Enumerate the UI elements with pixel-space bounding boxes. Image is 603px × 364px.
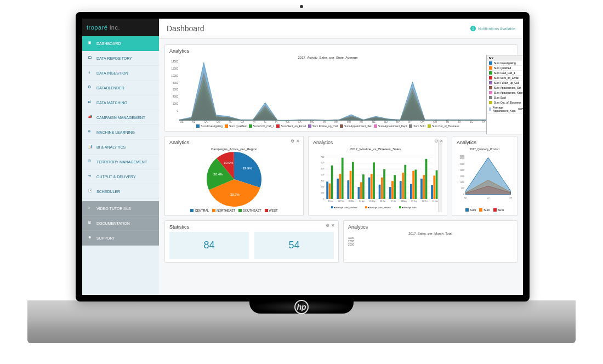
x-axis-ticks: ALAZCACOFLGAHIILINKSLAMCMIMNMOMTNENJNVNY… — [179, 121, 486, 123]
svg-rect-30 — [352, 162, 354, 199]
sidebar: troparé inc. ▣ DASHBOARD 🗀 DATA REPOSITO… — [82, 19, 159, 295]
close-icon[interactable]: ✕ — [296, 139, 300, 144]
svg-rect-46 — [394, 175, 396, 199]
sidebar-item-dashboard[interactable]: ▣ DASHBOARD — [82, 36, 159, 51]
sidebar-item-label: VIDEO TUTORIALS — [96, 207, 131, 211]
svg-rect-24 — [337, 179, 339, 199]
area-chart-quarterly[interactable]: 3200300025002000150010005000Q1Q2Q3 — [457, 152, 513, 206]
sidebar-item-machine-learning[interactable]: ✵ MACHINE LEARNING — [82, 125, 159, 140]
page-title: Dashboard — [167, 24, 204, 33]
chart-legend: SumSumSum — [457, 208, 513, 212]
panel-title: Analytics — [313, 140, 438, 145]
svg-rect-33 — [360, 182, 362, 199]
panel-title: Analytics — [348, 224, 513, 230]
sidebar-item-data-ingestion[interactable]: ⇣ DATA INGESTION — [82, 66, 159, 81]
notifications-button[interactable]: 1 Notifications Available — [470, 26, 515, 31]
sidebar-item-documentation[interactable]: 🗎 DOCUMENTATION — [82, 216, 159, 231]
svg-text:1500: 1500 — [460, 175, 464, 178]
pie-chart[interactable]: 29.9%38.7%20.4%10.9% — [207, 152, 261, 207]
sidebar-item-label: DATA MATCHING — [96, 101, 127, 105]
sidebar-item-label: CAMPAIGN MANAGEMENT — [96, 116, 145, 120]
svg-rect-36 — [368, 178, 371, 199]
svg-text:01 Jan: 01 Jan — [328, 200, 333, 202]
ingest-icon: ⇣ — [88, 70, 93, 76]
sidebar-item-data-repository[interactable]: 🗀 DATA REPOSITORY — [82, 51, 159, 66]
hp-logo: hp — [294, 300, 309, 314]
panel-wireline-wireless: Analytics ⚙ ✕ 2017_Wireline_vs_Wireless_… — [308, 136, 447, 216]
tooltip-legend-box: NY Sum InvestigatingSum QualifiedSum Col… — [486, 55, 523, 134]
sidebar-item-data-matching[interactable]: ⇄ DATA MATCHING — [82, 95, 159, 110]
svg-rect-45 — [391, 181, 394, 199]
sidebar-item-scheduler[interactable]: 🕒 SCHEDULER — [82, 184, 159, 199]
svg-text:Q1: Q1 — [464, 196, 468, 199]
sidebar-item-campaign-management[interactable]: 📣 CAMPAIGN MANAGEMENT — [82, 110, 159, 125]
sidebar-item-video-tutorials[interactable]: ▷ VIDEO TUTORIALS — [82, 201, 159, 216]
svg-rect-41 — [381, 178, 383, 199]
svg-rect-25 — [339, 174, 342, 199]
svg-text:2500: 2500 — [460, 163, 464, 166]
sidebar-item-output-delivery[interactable]: ⇥ OUTPUT & DELIVERY — [82, 169, 159, 184]
svg-text:02 Feb: 02 Feb — [338, 200, 344, 202]
y-axis-ticks: 14000120001000080006000400020000 — [168, 60, 178, 112]
panel-campaigns-pie: Analytics ⚙ ✕ Campaigns_Active_per_Regio… — [164, 136, 304, 216]
laptop-hinge: hp — [249, 300, 354, 314]
laptop-camera — [300, 5, 303, 8]
sidebar-item-label: DOCUMENTATION — [96, 221, 130, 225]
panel-scrollbar[interactable] — [438, 140, 442, 212]
svg-text:■ Average sales_wireline: ■ Average sales_wireline — [368, 207, 391, 209]
svg-rect-26 — [342, 158, 344, 199]
svg-text:2000: 2000 — [460, 169, 464, 172]
svg-text:08 Aug: 08 Aug — [401, 200, 407, 202]
tooltip-header: NY — [487, 55, 523, 61]
svg-rect-61 — [433, 175, 435, 199]
svg-rect-62 — [436, 170, 438, 199]
sidebar-item-support[interactable]: ☻ SUPPORT — [82, 231, 159, 246]
svg-text:Q2: Q2 — [487, 196, 490, 199]
sidebar-item-label: MACHINE LEARNING — [96, 130, 135, 134]
sidebar-item-label: SCHEDULER — [96, 190, 120, 194]
gear-icon[interactable]: ⚙ — [291, 139, 294, 144]
gear-icon[interactable]: ⚙ — [326, 223, 329, 228]
notification-badge: 1 — [470, 26, 476, 31]
svg-rect-50 — [404, 165, 406, 199]
svg-rect-20 — [326, 181, 328, 199]
svg-text:29.9%: 29.9% — [243, 167, 253, 170]
svg-text:3200: 3200 — [460, 155, 464, 157]
svg-rect-56 — [420, 179, 423, 199]
svg-rect-34 — [362, 174, 365, 199]
svg-rect-22 — [331, 166, 333, 199]
svg-rect-28 — [347, 180, 349, 199]
close-icon[interactable]: ✕ — [440, 139, 443, 144]
svg-text:Q3: Q3 — [509, 196, 513, 199]
svg-text:200: 200 — [321, 186, 324, 188]
svg-text:400: 400 — [321, 174, 324, 176]
svg-text:1000: 1000 — [460, 181, 464, 184]
bar-chart[interactable]: 700600500400300200100001 Jan02 Feb03 Mar… — [313, 152, 438, 212]
sidebar-item-bi-analytics[interactable]: 📊 BI & ANALYTICS — [82, 140, 159, 155]
content-area: Analytics 2017_Activity_Sales_per_State_… — [159, 39, 523, 295]
area-chart-states[interactable]: 14000120001000080006000400020000 — [169, 60, 486, 121]
chart-title: 2017_Sales_per_Month_Total — [348, 232, 513, 235]
match-icon: ⇄ — [88, 100, 93, 105]
gear-icon[interactable]: ⚙ — [434, 139, 438, 144]
sidebar-item-label: OUTPUT & DELIVERY — [96, 175, 136, 179]
sidebar-item-label: TERRITORY MANAGEMENT — [96, 160, 147, 164]
svg-rect-38 — [373, 162, 375, 199]
svg-rect-52 — [410, 184, 412, 199]
chart-legend: Sum InvestigatingSum QualifiedSum Cold_C… — [169, 124, 486, 128]
svg-rect-66 — [365, 206, 367, 208]
svg-text:0: 0 — [323, 198, 324, 200]
chart-title: 2017_Activity_Sales_per_State_Average — [169, 56, 486, 59]
sidebar-item-label: DATA REPOSITORY — [96, 56, 132, 60]
svg-text:07 Jul: 07 Jul — [391, 200, 396, 202]
close-icon[interactable]: ✕ — [331, 223, 335, 228]
doc-icon: 🗎 — [88, 220, 93, 226]
svg-rect-42 — [383, 169, 385, 199]
brand-suffix: inc. — [110, 24, 120, 31]
sidebar-item-territory-management[interactable]: ⊞ TERRITORY MANAGEMENT — [82, 155, 159, 169]
svg-text:■ Average sales: ■ Average sales — [402, 207, 417, 209]
dashboard-icon: ▣ — [88, 41, 93, 46]
sidebar-item-datablender[interactable]: ⚙ DATABLENDER — [82, 81, 159, 95]
chart-title: 2017_Wireline_vs_Wireless_Sales — [313, 147, 438, 151]
sidebar-item-label: DASHBOARD — [96, 42, 121, 46]
